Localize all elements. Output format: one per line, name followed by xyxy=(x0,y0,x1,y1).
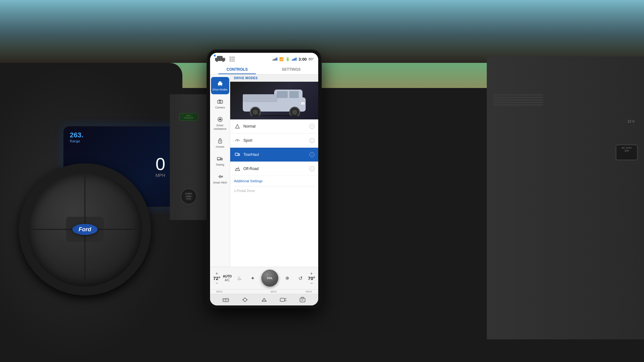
mode-item-off-road[interactable]: Off-Road i xyxy=(230,162,318,176)
svg-line-53 xyxy=(285,300,286,301)
left-temp-control: + 72° − xyxy=(213,271,220,285)
svg-rect-51 xyxy=(280,298,285,301)
svg-point-13 xyxy=(219,101,221,103)
svg-rect-54 xyxy=(300,298,305,302)
vol-knob[interactable]: VOL xyxy=(261,270,278,287)
svg-point-6 xyxy=(216,60,218,62)
vehicle-status-dot xyxy=(214,55,216,57)
outlet-label: 12 V xyxy=(627,119,635,123)
svg-point-16 xyxy=(219,119,221,120)
hvac-icons: ♨ ✦ xyxy=(234,275,258,281)
svg-point-32 xyxy=(253,110,258,115)
svg-rect-14 xyxy=(219,100,220,101)
right-vent xyxy=(493,94,556,106)
tab-controls[interactable]: CONTROLS xyxy=(210,64,264,74)
menu-dots[interactable] xyxy=(230,57,235,62)
bottom-icon-2[interactable] xyxy=(240,296,250,304)
right-temp-plus[interactable]: + xyxy=(309,271,314,276)
mode-item-normal[interactable]: Normal i xyxy=(230,119,318,134)
sidebar-label-access: Access xyxy=(216,145,224,148)
fan-icon[interactable]: ✦ xyxy=(251,275,255,281)
max-right-label: MAX xyxy=(270,290,277,293)
left-temp-plus[interactable]: + xyxy=(214,271,219,276)
tab-settings[interactable]: SETTINGS xyxy=(264,64,318,74)
ford-logo: Ford xyxy=(72,224,97,235)
sidebar-label-camera: Camera xyxy=(215,106,225,109)
start-stop-button[interactable]: POWERSTARTSTOP xyxy=(181,189,197,204)
svg-rect-29 xyxy=(277,91,288,98)
left-temp-value: 72° xyxy=(213,276,220,281)
towing-icon xyxy=(217,155,224,162)
sidebar-item-towing[interactable]: Towing xyxy=(211,152,229,169)
normal-mode-icon xyxy=(234,123,241,130)
signal-bars-icon xyxy=(292,58,297,61)
bottom-icon-4[interactable] xyxy=(279,296,288,304)
speed-value: 0 xyxy=(155,155,165,173)
sidebar: Drive Modes Camera xyxy=(210,74,230,267)
sidebar-label-drive-modes: Drive Modes xyxy=(213,88,228,91)
auto-label: AUTO xyxy=(223,275,232,278)
svg-point-45 xyxy=(243,298,247,301)
sidebar-item-driver-assistance[interactable]: Driver Assistance xyxy=(211,113,229,133)
sidebar-item-drive-modes[interactable]: Drive Modes xyxy=(211,77,229,94)
vehicle-preview-svg xyxy=(240,85,309,116)
seat-heat-icon-left[interactable]: ♨ xyxy=(237,275,242,281)
mode-item-tow-haul[interactable]: Tow/Haul i xyxy=(230,148,318,162)
sidebar-item-access[interactable]: Access xyxy=(211,134,229,151)
auto-ac-control: AUTO A/C xyxy=(223,275,232,282)
svg-rect-9 xyxy=(219,81,221,84)
tablet-screen: 📶 🔋 3:00 80° CONTROLS SETTINGS xyxy=(210,53,318,305)
svg-point-25 xyxy=(221,176,223,177)
svg-rect-30 xyxy=(289,91,299,98)
drive-modes-icon xyxy=(217,80,224,87)
cellular-icon xyxy=(273,58,277,61)
sidebar-item-smart-hitch[interactable]: Smart Hitch xyxy=(211,170,229,187)
vehicle-preview xyxy=(230,82,318,119)
sidebar-label-towing: Towing xyxy=(216,163,224,166)
range-value: 263. xyxy=(70,131,83,139)
main-content: Drive Modes Camera xyxy=(210,74,318,267)
bottom-controls: + 72° − AUTO A/C ♨ ✦ VOL ❄ ↺ xyxy=(210,267,318,289)
left-temp-minus[interactable]: − xyxy=(214,281,219,285)
svg-rect-35 xyxy=(301,102,305,105)
steering-area: 263. Range 0 MPH READY P RND xyxy=(0,63,182,361)
range-label: Range xyxy=(70,139,83,143)
status-temp: 80° xyxy=(308,57,314,61)
mode-info-tow-haul[interactable]: i xyxy=(309,152,314,157)
driver-assistance-icon xyxy=(217,116,224,123)
bottom-icon-1[interactable] xyxy=(221,296,230,304)
battery-icon: 🔋 xyxy=(286,57,290,61)
status-time: 3:00 xyxy=(298,57,307,62)
additional-settings-link[interactable]: Additional Settings xyxy=(230,176,318,186)
bottom-icons-row xyxy=(210,294,318,305)
sport-mode-icon xyxy=(234,137,241,144)
bottom-icon-5[interactable] xyxy=(298,296,307,304)
mode-name-off-road: Off-Road xyxy=(243,167,309,171)
max-labels-row: MAX MAX MAX xyxy=(210,289,318,294)
mode-info-off-road[interactable]: i xyxy=(309,166,314,171)
max-right2-label: MAX xyxy=(306,290,312,293)
bottom-icon-3[interactable] xyxy=(259,296,269,304)
mode-info-sport[interactable]: i xyxy=(309,138,314,143)
svg-rect-28 xyxy=(243,94,277,102)
off-road-mode-icon xyxy=(234,165,241,172)
right-temp-minus[interactable]: − xyxy=(309,281,314,285)
tablet-container: 📶 🔋 3:00 80° CONTROLS SETTINGS xyxy=(208,50,321,308)
rear-defrost-icon[interactable]: ↺ xyxy=(298,275,303,281)
mode-item-sport[interactable]: Sport i xyxy=(230,134,318,148)
svg-point-7 xyxy=(222,60,224,62)
section-header: DRIVE MODES xyxy=(230,74,318,82)
svg-rect-5 xyxy=(217,56,223,59)
drive-modes-list: Normal i Sport i xyxy=(230,119,318,176)
pro-trailer-button[interactable]: PRO TRAILER xyxy=(179,113,198,121)
speed-unit: MPH xyxy=(155,173,165,178)
mode-name-normal: Normal xyxy=(243,124,309,129)
center-trim: POWERSTARTSTOP PRO TRAILER xyxy=(170,94,208,220)
sidebar-item-camera[interactable]: Camera xyxy=(211,95,229,112)
ac-label[interactable]: A/C xyxy=(225,278,230,282)
mode-info-normal[interactable]: i xyxy=(309,124,314,129)
max-left-label: MAX xyxy=(216,290,223,293)
speedometer: 0 MPH xyxy=(155,155,165,178)
dashboard-upper xyxy=(0,0,644,63)
defrost-icon[interactable]: ❄ xyxy=(285,275,289,281)
